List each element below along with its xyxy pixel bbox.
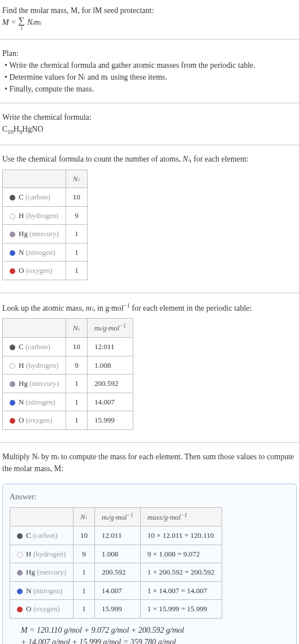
elem-n-cell: N (nitrogen) (3, 393, 66, 411)
sigma-index: i (21, 25, 23, 31)
elem-name: (hydrogen) (26, 211, 59, 220)
lookup-heading-exp: −1 (124, 302, 130, 308)
elem-n-m: 14.007 (88, 393, 133, 411)
elem-o-m: 15.999 (95, 600, 141, 619)
multiply-section: Multiply Nᵢ by mᵢ to compute the mass fo… (0, 446, 299, 479)
elem-sym: H (19, 361, 24, 369)
elem-c-cell: C (carbon) (3, 338, 66, 356)
mercury-dot-icon (10, 232, 15, 237)
elem-sym: Hg (26, 568, 35, 576)
hydrogen-dot-icon (10, 214, 15, 219)
table-row: C (carbon) 10 12.011 10 × 12.011 = 120.1… (10, 526, 222, 545)
table-row: Hg (mercury) 1 200.592 (3, 375, 133, 393)
chem-hg: Hg (22, 125, 32, 133)
mercury-dot-icon (10, 381, 15, 387)
col-m-pre: mᵢ/g·mol (94, 324, 119, 333)
elem-o-n: 1 (73, 600, 95, 619)
formula-rhs: Nᵢmᵢ (27, 16, 41, 28)
elem-sym: C (26, 531, 31, 539)
col-m-pre: mᵢ/g·mol (102, 513, 127, 521)
elem-hg-mass: 1 × 200.592 = 200.592 (140, 563, 222, 582)
elem-h-n: 9 (66, 206, 88, 225)
table-row: O (oxygen) 1 15.999 1 × 15.999 = 15.999 (10, 600, 222, 619)
table-header-row: Nᵢ mᵢ/g·mol−1 mass/g·mol−1 (10, 507, 222, 526)
elem-name: (oxygen) (33, 604, 60, 613)
intro-line: Find the molar mass, M, for lM seed prot… (2, 5, 297, 16)
elem-sym: O (19, 416, 24, 424)
elem-o-mass: 1 × 15.999 = 15.999 (140, 600, 222, 619)
multiply-heading: Multiply Nᵢ by mᵢ to compute the mass fo… (2, 451, 297, 475)
divider (0, 145, 299, 145)
elem-n-n: 1 (66, 243, 88, 262)
plan-bullet-3: • Finally, compute the mass. (2, 83, 297, 95)
table-row: H (hydrogen) 9 (3, 206, 88, 225)
chem-n: N (32, 125, 37, 133)
elem-name: (mercury) (37, 568, 66, 576)
elem-n-cell: N (nitrogen) (10, 581, 73, 600)
lookup-table: Nᵢ mᵢ/g·mol−1 C (carbon) 10 12.011 H (hy… (2, 318, 133, 429)
elem-c-n: 10 (66, 188, 88, 207)
elem-sym: C (19, 342, 24, 351)
elem-o-cell: O (oxygen) (3, 262, 66, 280)
mercury-dot-icon (17, 570, 23, 576)
elem-hg-n: 1 (66, 225, 88, 243)
sigma-symbol: ∑ (19, 16, 25, 25)
elem-name: (oxygen) (26, 266, 53, 275)
oxygen-dot-icon (10, 268, 15, 274)
col-n: Nᵢ (66, 319, 88, 338)
molar-final-line2: + 14.007 g/mol + 15.999 g/mol = 359.780 … (21, 636, 289, 644)
table-row: O (oxygen) 1 (3, 262, 88, 280)
hydrogen-dot-icon (17, 552, 23, 558)
elem-n-n: 1 (73, 581, 95, 600)
table-row: H (hydrogen) 9 1.008 9 × 1.008 = 9.072 (10, 545, 222, 563)
count-heading-pre: Use the chemical formula to count the nu… (2, 155, 183, 163)
elem-sym: H (26, 550, 31, 558)
elem-h-n: 9 (73, 545, 95, 563)
oxygen-dot-icon (10, 418, 15, 424)
elem-name: (hydrogen) (26, 361, 59, 369)
oxygen-dot-icon (17, 607, 23, 612)
elem-name: (mercury) (29, 379, 59, 388)
elem-sym: O (26, 604, 31, 613)
elem-name: (carbon) (25, 342, 50, 351)
elem-o-m: 15.999 (88, 411, 133, 430)
lookup-heading: Look up the atomic mass, mᵢ, in g·mol−1 … (2, 301, 297, 314)
elem-n-mass: 1 × 14.007 = 14.007 (140, 581, 222, 600)
plan-heading: Plan: (2, 47, 297, 59)
formula-lhs: M = (2, 16, 16, 28)
elem-name: (nitrogen) (33, 586, 63, 595)
count-table: Nᵢ C (carbon) 10 H (hydrogen) 9 Hg (merc… (2, 169, 88, 280)
elem-o-n: 1 (66, 262, 88, 280)
carbon-dot-icon (10, 345, 15, 350)
divider (0, 39, 299, 40)
elem-n-m: 14.007 (95, 581, 141, 600)
table-row: H (hydrogen) 9 1.008 (3, 356, 133, 375)
chem-h: H (14, 125, 19, 133)
table-row: Hg (mercury) 1 (3, 225, 88, 243)
elem-c-cell: C (carbon) (3, 188, 66, 207)
col-n: Nᵢ (66, 169, 88, 188)
col-m-exp: −1 (127, 512, 133, 518)
answer-table: Nᵢ mᵢ/g·mol−1 mass/g·mol−1 C (carbon) 10… (10, 507, 222, 619)
hydrogen-dot-icon (10, 363, 15, 369)
elem-hg-cell: Hg (mercury) (10, 563, 73, 582)
chem-heading: Write the chemical formula: (2, 111, 297, 123)
col-n: Nᵢ (73, 507, 95, 526)
nitrogen-dot-icon (17, 589, 23, 594)
elem-sym: C (19, 193, 24, 201)
elem-name: (nitrogen) (26, 398, 55, 406)
elem-c-cell: C (carbon) (10, 526, 73, 545)
chem-c: C (2, 125, 7, 133)
count-heading: Use the chemical formula to count the nu… (2, 153, 297, 165)
elem-c-n: 10 (66, 338, 88, 356)
elem-o-cell: O (oxygen) (10, 600, 73, 619)
count-section: Use the chemical formula to count the nu… (0, 149, 299, 289)
elem-h-m: 1.008 (95, 545, 141, 563)
elem-n-cell: N (nitrogen) (3, 243, 66, 262)
elem-name: (mercury) (29, 229, 59, 238)
elem-sym: H (19, 211, 24, 220)
divider (0, 442, 299, 443)
plan-bullet-1: • Write the chemical formula and gather … (2, 59, 297, 71)
table-row: C (carbon) 10 12.011 (3, 338, 133, 356)
elem-h-mass: 9 × 1.008 = 9.072 (140, 545, 222, 563)
